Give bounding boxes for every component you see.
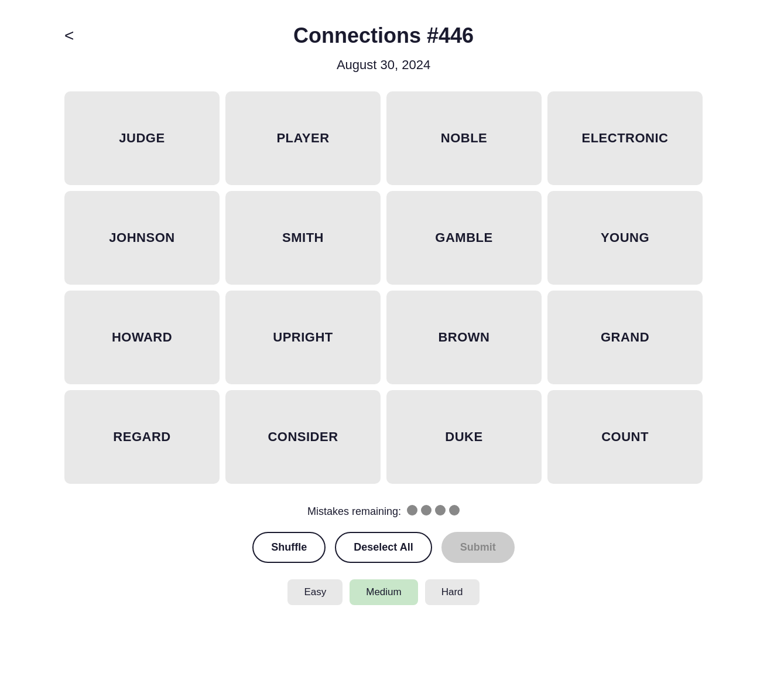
- tile-label-young: YOUNG: [601, 230, 649, 245]
- shuffle-button[interactable]: Shuffle: [252, 532, 326, 563]
- tile-label-johnson: JOHNSON: [109, 230, 174, 245]
- deselect-all-button[interactable]: Deselect All: [335, 532, 432, 563]
- tile-label-gamble: GAMBLE: [435, 230, 492, 245]
- page-date: August 30, 2024: [337, 57, 430, 73]
- tile-brown[interactable]: BROWN: [386, 291, 542, 384]
- tile-label-smith: SMITH: [282, 230, 324, 245]
- difficulty-row: EasyMediumHard: [287, 579, 479, 605]
- tile-noble[interactable]: NOBLE: [386, 91, 542, 185]
- mistakes-label: Mistakes remaining:: [307, 506, 401, 518]
- tile-young[interactable]: YOUNG: [547, 191, 703, 285]
- tile-label-electronic: ELECTRONIC: [582, 131, 669, 146]
- back-button[interactable]: <: [64, 28, 74, 44]
- tile-label-upright: UPRIGHT: [273, 330, 333, 345]
- header: < Connections #446: [64, 23, 703, 48]
- tiles-grid: JUDGEPLAYERNOBLEELECTRONICJOHNSONSMITHGA…: [64, 91, 703, 484]
- tile-label-howard: HOWARD: [112, 330, 172, 345]
- submit-button[interactable]: Submit: [441, 532, 515, 563]
- tile-judge[interactable]: JUDGE: [64, 91, 220, 185]
- mistake-dot-2: [421, 505, 432, 515]
- tile-grand[interactable]: GRAND: [547, 291, 703, 384]
- app-container: < Connections #446 August 30, 2024 JUDGE…: [53, 0, 714, 629]
- tile-smith[interactable]: SMITH: [225, 191, 381, 285]
- tile-consider[interactable]: CONSIDER: [225, 390, 381, 484]
- tile-duke[interactable]: DUKE: [386, 390, 542, 484]
- tile-label-consider: CONSIDER: [268, 429, 338, 445]
- tile-label-grand: GRAND: [601, 330, 649, 345]
- difficulty-easy[interactable]: Easy: [287, 579, 343, 605]
- dots-container: [407, 505, 460, 518]
- tile-label-count: COUNT: [601, 429, 649, 445]
- page-title: Connections #446: [293, 23, 474, 48]
- tile-gamble[interactable]: GAMBLE: [386, 191, 542, 285]
- tile-label-regard: REGARD: [113, 429, 170, 445]
- tile-label-brown: BROWN: [438, 330, 489, 345]
- tile-label-noble: NOBLE: [441, 131, 488, 146]
- difficulty-hard[interactable]: Hard: [425, 579, 480, 605]
- tile-regard[interactable]: REGARD: [64, 390, 220, 484]
- tile-count[interactable]: COUNT: [547, 390, 703, 484]
- tile-label-judge: JUDGE: [119, 131, 165, 146]
- tile-upright[interactable]: UPRIGHT: [225, 291, 381, 384]
- tile-player[interactable]: PLAYER: [225, 91, 381, 185]
- mistake-dot-4: [449, 505, 460, 515]
- buttons-row: Shuffle Deselect All Submit: [252, 532, 514, 563]
- tile-electronic[interactable]: ELECTRONIC: [547, 91, 703, 185]
- difficulty-medium[interactable]: Medium: [350, 579, 417, 605]
- tile-label-duke: DUKE: [445, 429, 482, 445]
- mistakes-row: Mistakes remaining:: [307, 505, 460, 518]
- tile-johnson[interactable]: JOHNSON: [64, 191, 220, 285]
- mistake-dot-1: [407, 505, 417, 515]
- mistake-dot-3: [435, 505, 446, 515]
- tile-howard[interactable]: HOWARD: [64, 291, 220, 384]
- tile-label-player: PLAYER: [276, 131, 329, 146]
